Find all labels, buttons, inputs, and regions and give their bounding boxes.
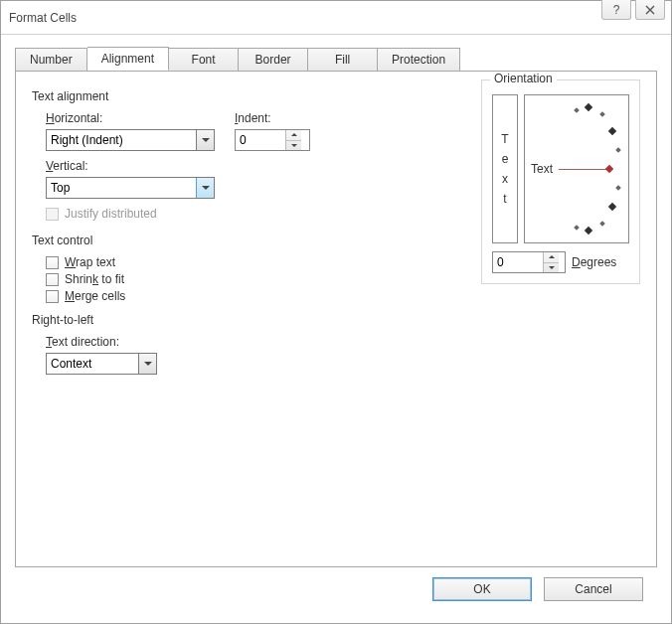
wrap-text-label: Wrap text — [65, 255, 115, 269]
wrap-text-checkbox[interactable] — [46, 256, 59, 269]
indent-down[interactable] — [286, 141, 301, 151]
vertical-value: Top — [51, 181, 70, 195]
justify-distributed-checkbox — [46, 208, 59, 221]
dial-needle — [559, 169, 608, 170]
chevron-down-icon — [291, 144, 297, 147]
dial-handle-icon — [605, 165, 613, 173]
help-icon: ? — [611, 4, 621, 16]
text-direction-combo[interactable]: Context — [46, 353, 157, 375]
close-icon — [644, 5, 656, 15]
indent-label: Indent: — [235, 111, 310, 125]
svg-text:?: ? — [613, 4, 620, 16]
text-direction-combo-button[interactable] — [138, 354, 156, 374]
chevron-up-icon — [291, 133, 297, 136]
indent-up[interactable] — [286, 130, 301, 141]
tab-alignment[interactable]: Alignment — [87, 47, 169, 71]
chevron-down-icon — [144, 362, 152, 366]
horizontal-value: Right (Indent) — [51, 133, 123, 147]
titlebar: Format Cells ? — [1, 1, 671, 35]
tab-border[interactable]: Border — [239, 48, 308, 72]
help-button[interactable]: ? — [601, 0, 631, 20]
vertical-combo-button[interactable] — [196, 178, 214, 198]
horizontal-combo-button[interactable] — [196, 130, 214, 150]
vertical-text-button[interactable]: T e x t — [492, 94, 518, 243]
shrink-to-fit-label: Shrink to fit — [65, 272, 124, 286]
justify-distributed-label: Justify distributed — [65, 207, 157, 221]
merge-cells-checkbox[interactable] — [46, 290, 59, 303]
chevron-down-icon — [549, 266, 555, 269]
alignment-page: Orientation T e x t Text — [15, 71, 657, 567]
text-direction-label: Text direction: — [46, 335, 640, 349]
window-title: Format Cells — [9, 11, 77, 25]
indent-spinner[interactable] — [235, 129, 310, 151]
chevron-down-icon — [202, 138, 210, 142]
tab-font[interactable]: Font — [169, 48, 239, 72]
tab-number[interactable]: Number — [15, 48, 87, 72]
vertical-combo[interactable]: Top — [46, 177, 215, 199]
chevron-up-icon — [549, 255, 555, 258]
orientation-legend: Orientation — [490, 72, 557, 85]
format-cells-dialog: Format Cells ? Number Alignment Font Bor… — [0, 0, 672, 624]
vertical-label: Vertical: — [46, 159, 215, 173]
merge-cells-label: Merge cells — [65, 289, 125, 303]
orientation-dial[interactable]: Text — [524, 94, 629, 243]
orientation-group: Orientation T e x t Text — [481, 79, 640, 284]
indent-input[interactable] — [236, 130, 285, 150]
degrees-spinner[interactable] — [492, 251, 566, 273]
dial-text-label: Text — [531, 162, 553, 176]
dialog-buttons: OK Cancel — [15, 567, 657, 613]
text-direction-value: Context — [51, 357, 91, 371]
degrees-label: Degrees — [572, 255, 616, 269]
tab-fill[interactable]: Fill — [308, 48, 378, 72]
cancel-button[interactable]: Cancel — [544, 577, 643, 601]
ok-button[interactable]: OK — [432, 577, 532, 601]
close-button[interactable] — [635, 0, 665, 20]
chevron-down-icon — [202, 186, 210, 190]
horizontal-combo[interactable]: Right (Indent) — [46, 129, 215, 151]
degrees-input[interactable] — [493, 252, 543, 272]
tab-protection[interactable]: Protection — [378, 48, 460, 72]
shrink-to-fit-checkbox[interactable] — [46, 273, 59, 286]
tab-strip: Number Alignment Font Border Fill Protec… — [15, 47, 657, 71]
degrees-up[interactable] — [544, 252, 559, 263]
rtl-section: Right-to-left — [32, 313, 640, 327]
degrees-down[interactable] — [544, 263, 559, 273]
horizontal-label: Horizontal: — [46, 111, 215, 125]
